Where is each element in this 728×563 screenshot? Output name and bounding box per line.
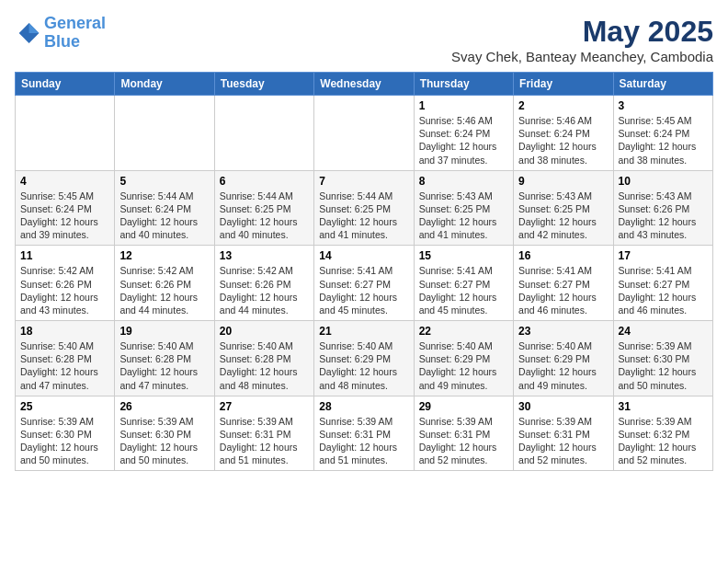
calendar-cell: 14Sunrise: 5:41 AMSunset: 6:27 PMDayligh… <box>314 246 414 321</box>
calendar-cell <box>115 96 214 171</box>
day-number: 14 <box>319 249 408 262</box>
day-number: 18 <box>20 325 109 338</box>
day-number: 27 <box>220 400 309 413</box>
calendar-cell: 21Sunrise: 5:40 AMSunset: 6:29 PMDayligh… <box>314 321 414 396</box>
calendar-cell: 18Sunrise: 5:40 AMSunset: 6:28 PMDayligh… <box>16 321 115 396</box>
day-number: 4 <box>20 175 109 188</box>
day-number: 26 <box>119 400 209 413</box>
day-info: Sunrise: 5:42 AMSunset: 6:26 PMDaylight:… <box>20 264 109 316</box>
day-number: 28 <box>319 400 408 413</box>
title-section: May 2025 Svay Chek, Banteay Meanchey, Ca… <box>451 15 713 64</box>
day-number: 13 <box>220 249 309 262</box>
day-info: Sunrise: 5:43 AMSunset: 6:25 PMDaylight:… <box>518 190 608 242</box>
calendar-cell: 25Sunrise: 5:39 AMSunset: 6:30 PMDayligh… <box>16 396 115 471</box>
day-header-friday: Friday <box>514 73 613 96</box>
day-header-tuesday: Tuesday <box>214 73 313 96</box>
calendar-cell: 17Sunrise: 5:41 AMSunset: 6:27 PMDayligh… <box>613 246 712 321</box>
calendar-body: 1Sunrise: 5:46 AMSunset: 6:24 PMDaylight… <box>16 96 713 471</box>
day-info: Sunrise: 5:39 AMSunset: 6:30 PMDaylight:… <box>619 339 708 392</box>
calendar-cell: 4Sunrise: 5:45 AMSunset: 6:24 PMDaylight… <box>16 170 115 246</box>
calendar-cell: 23Sunrise: 5:40 AMSunset: 6:29 PMDayligh… <box>514 321 613 396</box>
day-info: Sunrise: 5:39 AMSunset: 6:31 PMDaylight:… <box>220 415 309 467</box>
day-info: Sunrise: 5:46 AMSunset: 6:24 PMDaylight:… <box>419 114 508 167</box>
day-number: 15 <box>419 249 508 262</box>
calendar-cell: 30Sunrise: 5:39 AMSunset: 6:31 PMDayligh… <box>514 396 613 471</box>
logo-icon <box>15 20 40 46</box>
calendar-cell: 1Sunrise: 5:46 AMSunset: 6:24 PMDaylight… <box>414 96 513 171</box>
day-info: Sunrise: 5:39 AMSunset: 6:32 PMDaylight:… <box>619 415 708 467</box>
svg-marker-1 <box>29 23 40 33</box>
day-number: 21 <box>319 325 408 338</box>
day-info: Sunrise: 5:41 AMSunset: 6:27 PMDaylight:… <box>419 264 508 316</box>
day-number: 22 <box>419 325 508 338</box>
day-number: 9 <box>518 175 608 188</box>
calendar-cell <box>314 96 414 171</box>
day-number: 8 <box>419 175 508 188</box>
day-number: 19 <box>119 325 209 338</box>
page-header: General Blue May 2025 Svay Chek, Banteay… <box>15 15 713 64</box>
calendar-cell <box>16 96 115 171</box>
calendar-cell: 9Sunrise: 5:43 AMSunset: 6:25 PMDaylight… <box>514 170 613 246</box>
day-info: Sunrise: 5:43 AMSunset: 6:25 PMDaylight:… <box>419 190 508 242</box>
day-number: 24 <box>619 325 708 338</box>
day-number: 10 <box>619 175 708 188</box>
calendar-cell: 26Sunrise: 5:39 AMSunset: 6:30 PMDayligh… <box>115 396 214 471</box>
calendar-cell: 24Sunrise: 5:39 AMSunset: 6:30 PMDayligh… <box>613 321 712 396</box>
calendar-cell: 3Sunrise: 5:45 AMSunset: 6:24 PMDaylight… <box>613 96 712 171</box>
day-number: 5 <box>119 175 209 188</box>
calendar-week-1: 1Sunrise: 5:46 AMSunset: 6:24 PMDaylight… <box>16 96 713 171</box>
calendar-subtitle: Svay Chek, Banteay Meanchey, Cambodia <box>451 49 713 64</box>
day-info: Sunrise: 5:39 AMSunset: 6:31 PMDaylight:… <box>419 415 508 467</box>
calendar-cell: 15Sunrise: 5:41 AMSunset: 6:27 PMDayligh… <box>414 246 513 321</box>
day-header-sunday: Sunday <box>16 73 115 96</box>
calendar-cell: 31Sunrise: 5:39 AMSunset: 6:32 PMDayligh… <box>613 396 712 471</box>
calendar-cell: 27Sunrise: 5:39 AMSunset: 6:31 PMDayligh… <box>214 396 313 471</box>
logo-text: General Blue <box>44 15 106 52</box>
day-info: Sunrise: 5:45 AMSunset: 6:24 PMDaylight:… <box>619 114 708 167</box>
day-info: Sunrise: 5:39 AMSunset: 6:31 PMDaylight:… <box>518 415 608 467</box>
day-info: Sunrise: 5:40 AMSunset: 6:28 PMDaylight:… <box>220 339 309 392</box>
day-info: Sunrise: 5:41 AMSunset: 6:27 PMDaylight:… <box>518 264 608 316</box>
calendar-week-4: 18Sunrise: 5:40 AMSunset: 6:28 PMDayligh… <box>16 321 713 396</box>
day-info: Sunrise: 5:39 AMSunset: 6:31 PMDaylight:… <box>319 415 408 467</box>
calendar-cell: 16Sunrise: 5:41 AMSunset: 6:27 PMDayligh… <box>514 246 613 321</box>
calendar-week-5: 25Sunrise: 5:39 AMSunset: 6:30 PMDayligh… <box>16 396 713 471</box>
day-number: 6 <box>220 175 309 188</box>
day-number: 20 <box>220 325 309 338</box>
calendar-cell: 20Sunrise: 5:40 AMSunset: 6:28 PMDayligh… <box>214 321 313 396</box>
calendar-cell: 5Sunrise: 5:44 AMSunset: 6:24 PMDaylight… <box>115 170 214 246</box>
calendar-header-row: SundayMondayTuesdayWednesdayThursdayFrid… <box>16 73 713 96</box>
day-info: Sunrise: 5:40 AMSunset: 6:29 PMDaylight:… <box>319 339 408 392</box>
day-info: Sunrise: 5:40 AMSunset: 6:28 PMDaylight:… <box>119 339 209 392</box>
calendar-cell: 10Sunrise: 5:43 AMSunset: 6:26 PMDayligh… <box>613 170 712 246</box>
calendar-cell <box>214 96 313 171</box>
calendar-cell: 7Sunrise: 5:44 AMSunset: 6:25 PMDaylight… <box>314 170 414 246</box>
day-info: Sunrise: 5:42 AMSunset: 6:26 PMDaylight:… <box>220 264 309 316</box>
day-info: Sunrise: 5:45 AMSunset: 6:24 PMDaylight:… <box>20 190 109 242</box>
day-number: 23 <box>518 325 608 338</box>
day-info: Sunrise: 5:40 AMSunset: 6:29 PMDaylight:… <box>518 339 608 392</box>
calendar-cell: 6Sunrise: 5:44 AMSunset: 6:25 PMDaylight… <box>214 170 313 246</box>
day-number: 31 <box>619 400 708 413</box>
day-number: 11 <box>20 249 109 262</box>
calendar-cell: 13Sunrise: 5:42 AMSunset: 6:26 PMDayligh… <box>214 246 313 321</box>
day-info: Sunrise: 5:41 AMSunset: 6:27 PMDaylight:… <box>619 264 708 316</box>
calendar-cell: 8Sunrise: 5:43 AMSunset: 6:25 PMDaylight… <box>414 170 513 246</box>
day-number: 16 <box>518 249 608 262</box>
calendar-week-2: 4Sunrise: 5:45 AMSunset: 6:24 PMDaylight… <box>16 170 713 246</box>
calendar-cell: 11Sunrise: 5:42 AMSunset: 6:26 PMDayligh… <box>16 246 115 321</box>
day-number: 17 <box>619 249 708 262</box>
day-number: 1 <box>419 99 508 112</box>
day-info: Sunrise: 5:44 AMSunset: 6:24 PMDaylight:… <box>119 190 209 242</box>
calendar-table: SundayMondayTuesdayWednesdayThursdayFrid… <box>15 72 713 471</box>
day-number: 12 <box>119 249 209 262</box>
calendar-cell: 19Sunrise: 5:40 AMSunset: 6:28 PMDayligh… <box>115 321 214 396</box>
calendar-cell: 22Sunrise: 5:40 AMSunset: 6:29 PMDayligh… <box>414 321 513 396</box>
day-info: Sunrise: 5:42 AMSunset: 6:26 PMDaylight:… <box>119 264 209 316</box>
day-info: Sunrise: 5:43 AMSunset: 6:26 PMDaylight:… <box>619 190 708 242</box>
day-info: Sunrise: 5:40 AMSunset: 6:29 PMDaylight:… <box>419 339 508 392</box>
day-number: 2 <box>518 99 608 112</box>
day-number: 29 <box>419 400 508 413</box>
day-header-wednesday: Wednesday <box>314 73 414 96</box>
day-header-thursday: Thursday <box>414 73 513 96</box>
